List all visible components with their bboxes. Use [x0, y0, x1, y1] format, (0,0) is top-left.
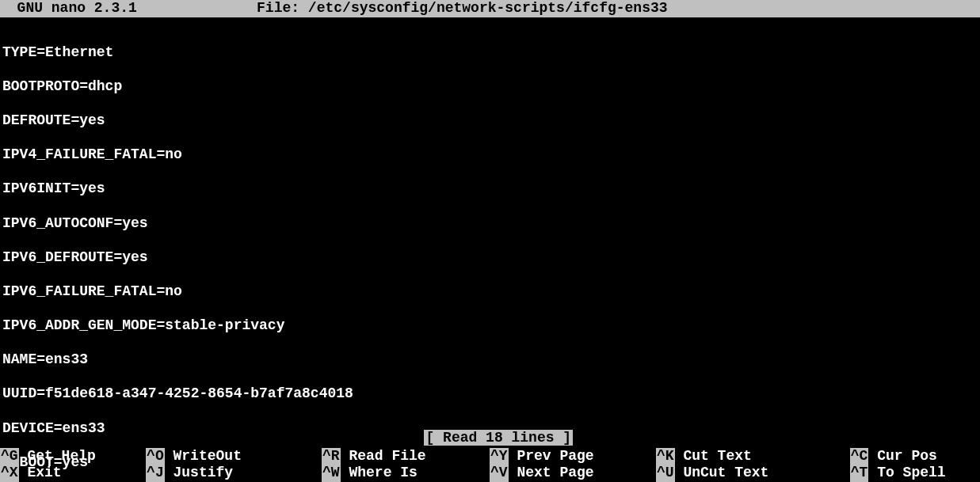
shortcut-key: ^O: [146, 448, 165, 465]
file-line: IPV6INIT=yes: [2, 180, 980, 198]
status-message: [ Read 18 lines ]: [424, 430, 573, 446]
shortcut-label: Exit: [19, 465, 62, 482]
shortcut-key: ^R: [322, 448, 341, 465]
shortcut-label: Prev Page: [509, 448, 594, 465]
title-spacer: [137, 0, 257, 17]
shortcut-label: UnCut Text: [675, 465, 769, 482]
file-line: DEFROUTE=yes: [2, 112, 980, 130]
shortcut-key: ^C: [850, 448, 869, 465]
shortcut-get-help[interactable]: ^G Get Help: [0, 448, 146, 465]
shortcut-cut-text[interactable]: ^K Cut Text: [656, 448, 850, 465]
shortcut-key: ^W: [322, 465, 341, 482]
shortcut-label: Next Page: [509, 465, 594, 482]
shortcut-key: ^G: [0, 448, 19, 465]
shortcut-row-1: ^G Get Help ^O WriteOut ^R Read File ^Y …: [0, 448, 980, 465]
shortcut-key: ^Y: [490, 448, 509, 465]
shortcut-label: Cur Pos: [868, 448, 936, 465]
app-name: GNU nano 2.3.1: [0, 0, 137, 17]
shortcut-key: ^K: [656, 448, 675, 465]
file-line: IPV6_AUTOCONF=yes: [2, 215, 980, 233]
shortcut-label: Cut Text: [675, 448, 752, 465]
title-bar: GNU nano 2.3.1 File: /etc/sysconfig/netw…: [0, 0, 980, 17]
file-line: BOOTPROTO=dhcp: [2, 78, 980, 96]
file-line: IPV6_DEFROUTE=yes: [2, 249, 980, 267]
shortcut-to-spell[interactable]: ^T To Spell: [850, 465, 980, 482]
file-line: TYPE=Ethernet: [2, 44, 980, 62]
shortcut-key: ^X: [0, 465, 19, 482]
file-line: NAME=ens33: [2, 351, 980, 369]
file-line: UUID=f51de618-a347-4252-8654-b7af7a8c401…: [2, 385, 980, 403]
shortcut-prev-page[interactable]: ^Y Prev Page: [490, 448, 656, 465]
shortcut-read-file[interactable]: ^R Read File: [322, 448, 490, 465]
shortcut-key: ^J: [146, 465, 165, 482]
shortcut-cur-pos[interactable]: ^C Cur Pos: [850, 448, 980, 465]
shortcut-key: ^U: [656, 465, 675, 482]
shortcut-next-page[interactable]: ^V Next Page: [490, 465, 656, 482]
file-line: IPV4_FAILURE_FATAL=no: [2, 146, 980, 164]
shortcut-key: ^V: [490, 465, 509, 482]
shortcut-writeout[interactable]: ^O WriteOut: [146, 448, 322, 465]
shortcut-label: To Spell: [868, 465, 945, 482]
shortcut-uncut-text[interactable]: ^U UnCut Text: [656, 465, 850, 482]
file-label: File: /etc/sysconfig/network-scripts/ifc…: [257, 0, 667, 17]
shortcut-exit[interactable]: ^X Exit: [0, 465, 146, 482]
shortcuts-bar: ^G Get Help ^O WriteOut ^R Read File ^Y …: [0, 448, 980, 482]
shortcut-justify[interactable]: ^J Justify: [146, 465, 322, 482]
file-line: IPV6_FAILURE_FATAL=no: [2, 283, 980, 301]
shortcut-label: Get Help: [19, 448, 96, 465]
shortcut-row-2: ^X Exit ^J Justify ^W Where Is ^V Next P…: [0, 465, 980, 482]
shortcut-label: Where Is: [341, 465, 418, 482]
shortcut-label: Read File: [341, 448, 426, 465]
shortcut-label: WriteOut: [165, 448, 242, 465]
shortcut-label: Justify: [165, 465, 233, 482]
shortcut-key: ^T: [850, 465, 869, 482]
file-line: IPV6_ADDR_GEN_MODE=stable-privacy: [2, 317, 980, 335]
shortcut-where-is[interactable]: ^W Where Is: [322, 465, 490, 482]
status-bar: [ Read 18 lines ]: [0, 413, 980, 447]
